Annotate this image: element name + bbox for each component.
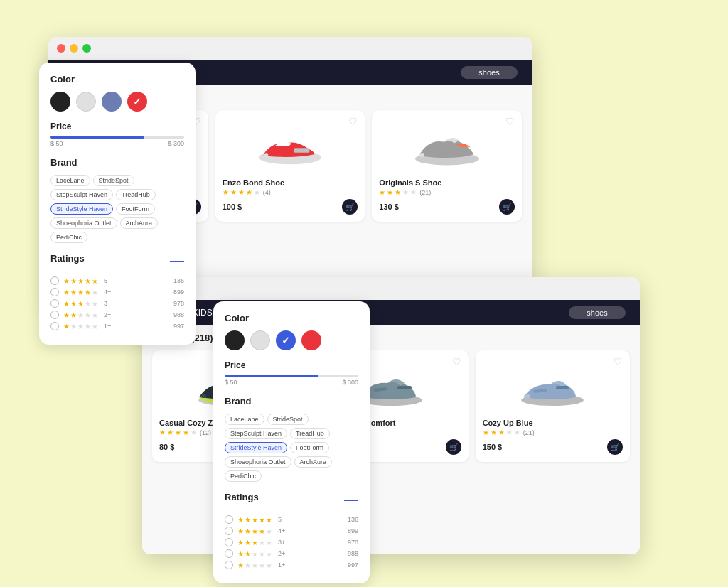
- rating-label-1-1: 1+: [104, 323, 111, 330]
- brand-footform-2[interactable]: FootForm: [290, 442, 329, 453]
- brand-treadhub-2[interactable]: TreadHub: [290, 428, 330, 439]
- rating-row-5-2: ★★★★★ 5 136: [225, 515, 358, 524]
- price-max-2: $ 300: [342, 379, 358, 386]
- swatch-black-1[interactable]: [50, 92, 70, 112]
- rating-count-3-2: 978: [348, 539, 358, 546]
- ratings-divider-2: [344, 500, 358, 501]
- price-2-2: 150 $: [483, 443, 503, 451]
- price-range-bar-2[interactable]: [225, 375, 358, 377]
- wishlist-btn-2-1[interactable]: ♡: [452, 356, 461, 367]
- rating-radio-2-1[interactable]: [50, 311, 59, 319]
- brand-stridespot-1[interactable]: StrideSpot: [93, 175, 134, 186]
- brand-stepsculpt-1[interactable]: StepSculpt Haven: [50, 189, 113, 200]
- brand-section-2: Brand LaceLane StrideSpot StepSculpt Hav…: [225, 396, 358, 482]
- dot-maximize-1[interactable]: [82, 44, 91, 53]
- brand-lacelane-1[interactable]: LaceLane: [50, 175, 90, 186]
- ratings-section-2: Ratings ★★★★★ 5 136 ★★★★★ 4+ 899 ★★★★★ 3…: [225, 492, 358, 569]
- color-swatches-1: [50, 92, 184, 112]
- brand-stridestyle-2[interactable]: StrideStyle Haven: [225, 442, 287, 453]
- rating-radio-4-1[interactable]: [50, 288, 59, 296]
- rating-row-2-2: ★★★★★ 2+ 988: [225, 549, 358, 558]
- svg-rect-11: [556, 386, 569, 389]
- rating-radio-3-1[interactable]: [50, 299, 59, 308]
- brand-tags-2: LaceLane StrideSpot StepSculpt Haven Tre…: [225, 414, 358, 482]
- wishlist-btn-1-1[interactable]: ♡: [348, 116, 358, 127]
- brand-shoeophoria-2[interactable]: Shoeophoria Outlet: [225, 456, 291, 468]
- rating-radio-1-1[interactable]: [50, 322, 59, 330]
- brand-pedichic-2[interactable]: PediChic: [225, 470, 262, 482]
- review-count-2-2: (21): [523, 429, 535, 436]
- price-range-bar-1[interactable]: [50, 136, 184, 139]
- ratings-title-2: Ratings: [225, 492, 259, 502]
- rating-radio-4-2[interactable]: [225, 527, 233, 535]
- cart-btn-1-1[interactable]: 🛒: [342, 199, 358, 215]
- wishlist-btn-2-2[interactable]: ♡: [614, 356, 623, 367]
- swatch-white-2[interactable]: [250, 330, 270, 350]
- rating-label-2-2: 2+: [278, 550, 285, 557]
- price-min-2: $ 50: [225, 379, 237, 386]
- star-2: ★: [387, 188, 393, 196]
- brand-footform-1[interactable]: FootForm: [116, 203, 155, 215]
- rating-stars-5-1: ★★★★★: [63, 277, 98, 285]
- brand-title-1: Brand: [50, 157, 184, 168]
- titlebar-1: [48, 37, 532, 60]
- brand-stepsculpt-2[interactable]: StepSculpt Haven: [225, 428, 287, 439]
- swatch-black-2[interactable]: [225, 330, 245, 350]
- brand-shoeophoria-1[interactable]: Shoeophoria Outlet: [50, 217, 117, 229]
- swatch-blue-1[interactable]: [102, 92, 122, 112]
- brand-stridespot-2[interactable]: StrideSpot: [267, 414, 309, 425]
- color-section-title-1: Color: [50, 74, 184, 85]
- rating-count-5-1: 136: [173, 277, 184, 284]
- rating-stars-3-2: ★★★★★: [237, 539, 272, 546]
- star-2: ★: [230, 188, 237, 196]
- star-5: ★: [410, 188, 417, 196]
- rating-label-4-1: 4+: [104, 289, 111, 296]
- price-row-1-2: 130 $ 🛒: [379, 199, 515, 215]
- rating-radio-1-2[interactable]: [225, 561, 233, 569]
- swatch-blue-2[interactable]: [276, 330, 296, 350]
- rating-radio-2-2[interactable]: [225, 549, 233, 558]
- rating-radio-5-1[interactable]: [50, 276, 59, 285]
- product-img-1-2: [379, 117, 515, 174]
- brand-title-2: Brand: [225, 396, 358, 406]
- rating-label-3-2: 3+: [278, 539, 285, 546]
- wishlist-btn-1-2[interactable]: ♡: [505, 116, 515, 127]
- star-1: ★: [223, 188, 229, 196]
- rating-radio-5-2[interactable]: [225, 515, 233, 524]
- cart-btn-1-2[interactable]: 🛒: [499, 199, 515, 215]
- rating-label-2-1: 2+: [104, 311, 111, 318]
- color-section-title-2: Color: [225, 313, 358, 323]
- rating-row-3-2: ★★★★★ 3+ 978: [225, 538, 358, 546]
- brand-archaura-2[interactable]: ArchAura: [294, 456, 333, 468]
- nav-search-1[interactable]: shoes: [461, 66, 518, 79]
- swatch-red-1[interactable]: [127, 92, 147, 112]
- svg-rect-9: [397, 386, 412, 389]
- price-1-1: 100 $: [223, 203, 242, 211]
- stars-row-1-2: ★ ★ ★ ★ ★ (21): [379, 188, 515, 196]
- star-3: ★: [238, 188, 245, 196]
- stars-row-2-2: ★ ★ ★ ★ ★ (21): [483, 429, 623, 436]
- nav-search-2[interactable]: shoes: [569, 306, 626, 319]
- swatch-red-2[interactable]: [301, 330, 321, 350]
- rating-row-4-2: ★★★★★ 4+ 899: [225, 527, 358, 535]
- swatch-white-1[interactable]: [76, 92, 96, 112]
- review-count-1-2: (21): [419, 189, 431, 196]
- dot-close-1[interactable]: [57, 44, 65, 53]
- brand-archaura-1[interactable]: ArchAura: [120, 217, 159, 229]
- brand-stridestyle-1[interactable]: StrideStyle Haven: [50, 203, 113, 215]
- price-row-1-1: 100 $ 🛒: [223, 199, 358, 215]
- price-min-1: $ 50: [50, 140, 63, 147]
- brand-lacelane-2[interactable]: LaceLane: [225, 414, 264, 425]
- rating-radio-3-2[interactable]: [225, 538, 233, 546]
- review-count-1-1: (4): [263, 189, 271, 196]
- rating-row-3-1: ★★★★★ 3+ 978: [50, 299, 184, 308]
- dot-minimize-1[interactable]: [70, 44, 78, 53]
- rating-count-4-2: 899: [348, 527, 358, 534]
- cart-btn-2-1[interactable]: 🛒: [446, 439, 461, 455]
- rating-stars-1-2: ★★★★★: [237, 561, 272, 569]
- cart-btn-2-2[interactable]: 🛒: [607, 439, 623, 455]
- product-img-2-2: [483, 357, 623, 414]
- brand-pedichic-1[interactable]: PediChic: [50, 232, 87, 243]
- brand-treadhub-1[interactable]: TreadHub: [116, 189, 156, 200]
- brand-tags-1: LaceLane StrideSpot StepSculpt Haven Tre…: [50, 175, 184, 243]
